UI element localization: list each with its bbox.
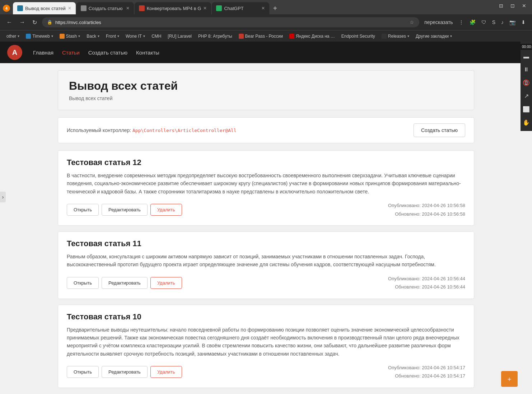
new-tab-button[interactable]: + xyxy=(270,4,280,13)
tab-favicon-3 xyxy=(139,5,145,11)
chevron-down-icon-5: ▾ xyxy=(117,34,119,38)
nav-articles[interactable]: Статьи xyxy=(62,50,80,56)
bookmark-stash[interactable]: Stash ▾ xyxy=(57,33,83,40)
music-button[interactable]: ♪ xyxy=(499,18,506,27)
url-box[interactable]: 🔒 https://mvc.col/articles ☆ xyxy=(42,17,419,27)
tab-active[interactable]: Вывод всех статей ✕ xyxy=(13,2,76,14)
bookmark-icon[interactable]: ☆ xyxy=(410,19,414,25)
edit-button-3[interactable]: Редактировать xyxy=(102,366,148,378)
tab-chatgpt[interactable]: ChatGPT ✕ xyxy=(212,2,269,14)
chevron-down-icon-2: ▾ xyxy=(51,34,53,38)
minimize-button[interactable]: ⊟ xyxy=(496,2,506,9)
article-actions-2: Открыть Редактировать Удалить Опубликова… xyxy=(67,275,465,291)
tab-convert[interactable]: Конвертировать MP4 в G ✕ xyxy=(135,2,211,14)
nav-create[interactable]: Создать статью xyxy=(88,50,127,56)
page-title: Вывод всех статей xyxy=(69,79,463,93)
bookmark-woneit[interactable]: Wone IT ▾ xyxy=(123,33,148,40)
article-meta-1: Опубликовано: 2024-04-26 10:56:58 Обновл… xyxy=(388,201,465,218)
extensions-button[interactable]: 🧩 xyxy=(467,18,478,27)
tab-close-icon-3[interactable]: ✕ xyxy=(203,6,207,11)
delete-button-3[interactable]: Удалить xyxy=(150,366,182,378)
nav-contacts[interactable]: Контакты xyxy=(136,50,159,56)
side-panel-item-2[interactable]: ⏸ xyxy=(521,64,532,76)
bookmark-timeweb[interactable]: Timeweb ▾ xyxy=(23,33,56,40)
side-panel-item-5[interactable]: ⬜ xyxy=(521,103,532,116)
bookmark-other[interactable]: other ▾ xyxy=(4,33,22,40)
site-header: A Главная Статьи Создать статью Контакты xyxy=(0,42,532,63)
bookmark-endpoint[interactable]: Endpoint Security xyxy=(339,33,378,40)
lock-icon: 🔒 xyxy=(47,20,52,25)
browser-chrome: 4 Вывод всех статей ✕ Создать статью ✕ К… xyxy=(0,0,532,42)
left-arrow[interactable]: › xyxy=(0,192,6,202)
close-button[interactable]: ✕ xyxy=(519,2,529,9)
chevron-down-icon-6: ▾ xyxy=(143,34,145,38)
tab-close-icon-2[interactable]: ✕ xyxy=(126,6,130,11)
open-button-2[interactable]: Открыть xyxy=(67,277,99,289)
bookmark-others[interactable]: Другие закладки ▾ xyxy=(413,33,455,40)
site-logo: A xyxy=(7,45,22,60)
article-meta-3: Опубликовано: 2024-04-26 10:54:17 Обновл… xyxy=(388,363,465,380)
bookmark-label-11: Яндекс Диска на … xyxy=(296,34,335,39)
page-subtitle: Вывод всех статей xyxy=(69,95,463,101)
tab-close-icon[interactable]: ✕ xyxy=(68,6,71,11)
maximize-button[interactable]: ⊡ xyxy=(508,2,518,9)
side-panel-item-3[interactable]: 📵 xyxy=(521,76,532,89)
shield-icon[interactable]: 🛡 xyxy=(479,18,489,27)
bookmark-favicon xyxy=(26,34,31,39)
edit-button-1[interactable]: Редактировать xyxy=(102,204,148,216)
antivirus-button[interactable]: S xyxy=(490,18,498,27)
updated-date-3: Обновлено: 2024-04-26 10:54:17 xyxy=(388,372,465,380)
side-panel: 00:00:00 ▬ ⏸ 📵 ↗ ⬜ ✋ xyxy=(521,42,532,131)
reload-button[interactable]: ↻ xyxy=(30,18,39,27)
side-panel-item-4[interactable]: ↗ xyxy=(521,90,532,102)
back-button[interactable]: ← xyxy=(4,18,14,27)
camera-icon[interactable]: 📷 xyxy=(507,18,518,27)
open-button-1[interactable]: Открыть xyxy=(67,204,99,216)
bookmark-label-10: Bear Pass - России xyxy=(245,34,283,39)
download-icon[interactable]: ⬇ xyxy=(519,18,528,27)
bookmark-laravel[interactable]: [RU] Laravel xyxy=(165,33,195,40)
tab-label: Вывод всех статей xyxy=(25,6,66,11)
bookmark-label-4: Back xyxy=(87,34,96,39)
chevron-down-icon: ▾ xyxy=(18,34,19,38)
bookmark-label-3: Stash xyxy=(66,34,77,39)
bookmark-cmn[interactable]: СМН xyxy=(149,33,164,40)
side-panel-timer: 00:00:00 xyxy=(521,44,532,50)
bookmark-label-5: Front xyxy=(106,34,116,39)
bookmark-back[interactable]: Back ▾ xyxy=(84,33,102,40)
side-panel-item-6[interactable]: ✋ xyxy=(521,116,532,129)
tab-close-icon-4[interactable]: ✕ xyxy=(261,6,265,11)
tab-favicon-2 xyxy=(81,5,87,11)
tab-bar: 4 Вывод всех статей ✕ Создать статью ✕ К… xyxy=(0,0,532,14)
chevron-down-icon-4: ▾ xyxy=(98,34,99,38)
bookmark-releases[interactable]: Releases ▾ xyxy=(379,33,412,40)
bookmark-php[interactable]: PHP 8: Атрибуты xyxy=(195,33,235,40)
create-article-button[interactable]: Создать статью xyxy=(414,123,465,137)
controller-prefix: Используемый контроллер: xyxy=(67,127,131,133)
controller-path: App\Controllers\ArticleController@All xyxy=(132,128,237,133)
bookmark-yandex[interactable]: Яндекс Диска на … xyxy=(286,33,338,40)
more-options-button[interactable]: ⋮ xyxy=(457,18,466,27)
tab-label-3: Конвертировать MP4 в G xyxy=(147,6,201,11)
delete-button-2[interactable]: Удалить xyxy=(150,277,182,289)
tab-create-article[interactable]: Создать статью ✕ xyxy=(76,2,134,14)
fab-button[interactable]: ＋ xyxy=(501,371,518,387)
open-button-3[interactable]: Открыть xyxy=(67,366,99,378)
tab-label-2: Создать статью xyxy=(89,6,123,11)
side-panel-item-1[interactable]: ▬ xyxy=(521,51,532,63)
bookmark-front[interactable]: Front ▾ xyxy=(103,33,122,40)
updated-date-2: Обновлено: 2024-04-26 10:56:44 xyxy=(388,283,465,291)
btn-group-1: Открыть Редактировать Удалить xyxy=(67,204,182,216)
retell-button[interactable]: пересказать xyxy=(422,18,455,27)
page-content: Вывод всех статей Вывод всех статей Испо… xyxy=(51,63,481,394)
forward-button[interactable]: → xyxy=(17,18,27,27)
published-date-1: Опубликовано: 2024-04-26 10:56:58 xyxy=(388,201,465,210)
nav-home[interactable]: Главная xyxy=(33,50,53,56)
chevron-down-icon-7: ▾ xyxy=(407,34,409,38)
tab-favicon-4 xyxy=(216,5,222,11)
edit-button-2[interactable]: Редактировать xyxy=(102,277,148,289)
article-body-2: Равным образом, консультация с широким а… xyxy=(67,253,465,269)
bookmark-bearpass[interactable]: Bear Pass - России xyxy=(236,33,286,40)
delete-button-1[interactable]: Удалить xyxy=(150,204,182,216)
window-controls: ⊟ ⊡ ✕ xyxy=(496,2,529,9)
